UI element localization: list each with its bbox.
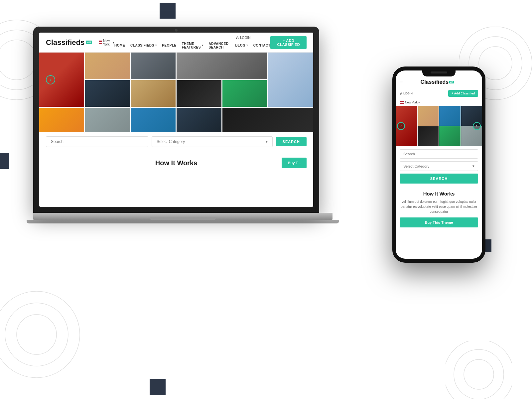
category-select[interactable]: Select Category ▾ [152, 136, 273, 147]
search-overlay: Select Category ▾ SEARCH [39, 132, 313, 151]
laptop-camera [175, 29, 178, 32]
phone-hero-img-sofa [418, 106, 439, 126]
phone-body: ≡ Classifieds WP LOGIN + Add Classified [392, 66, 485, 263]
phone-hero-arrow-right[interactable]: › [473, 122, 481, 130]
add-classified-button[interactable]: + ADD CLASSIFIED [270, 36, 307, 49]
site-logo: Classifieds WP [46, 38, 92, 47]
search-input[interactable] [46, 136, 148, 147]
circle-group-bottom-right [446, 341, 512, 399]
header-left: Classifieds WP New York ▾ [46, 38, 114, 47]
phone-location-arrow: ▾ [418, 101, 420, 104]
phone-category-arrow: ▾ [472, 164, 474, 168]
laptop-base [33, 213, 332, 220]
buy-theme-button[interactable]: Buy T... [282, 158, 307, 168]
svg-point-7 [5, 303, 68, 366]
theme-arrow: ▾ [202, 44, 203, 47]
location-label: New York [103, 39, 112, 46]
search-button[interactable]: SEARCH [276, 137, 307, 146]
main-container: Classifieds WP New York ▾ [0, 0, 532, 399]
hero-grid: ‹ [39, 53, 313, 132]
laptop-screen: Classifieds WP New York ▾ [39, 33, 313, 207]
circle-group-bottom-left [0, 288, 83, 382]
phone-hero-arrow-left[interactable]: ‹ [397, 122, 405, 130]
phone-buy-button[interactable]: Buy This Theme [400, 217, 478, 227]
phone-header: ≡ Classifieds WP [396, 76, 482, 88]
phone-login[interactable]: LOGIN [400, 92, 413, 95]
hero-img-plants [222, 80, 267, 107]
svg-point-9 [464, 359, 494, 389]
category-arrow: ▾ [266, 139, 268, 144]
login-label: LOGIN [240, 36, 250, 40]
phone-flag-icon [400, 101, 404, 104]
phone-menu-icon[interactable]: ≡ [400, 79, 403, 85]
square-decoration-1 [160, 3, 176, 19]
phone-screen: ≡ Classifieds WP LOGIN + Add Classified [396, 70, 482, 259]
phone-login-label: LOGIN [403, 92, 413, 95]
phone-category-placeholder: Select Category [403, 164, 429, 168]
hero-img-fitness [222, 108, 313, 132]
square-decoration-2 [0, 153, 9, 169]
svg-point-13 [401, 92, 402, 94]
hero-img-sofa [85, 53, 130, 79]
phone-speaker [431, 71, 447, 73]
phone-how-it-works: How It Works vel illum qui dolorem eum f… [396, 187, 482, 231]
flag-icon [99, 41, 102, 44]
top-nav-row: LOGIN [114, 36, 270, 41]
hero-img-flowers [39, 108, 84, 132]
phone-location-label: New York [405, 101, 418, 104]
how-it-works-section: How It Works Buy T... [39, 151, 313, 175]
hero-img-bike [131, 108, 176, 132]
nav-people[interactable]: PEOPLE [162, 44, 177, 47]
nav-login[interactable]: LOGIN [114, 36, 270, 40]
nav-theme-features[interactable]: THEME FEATURES ▾ [182, 42, 203, 49]
hero-img-moto [177, 80, 221, 107]
hero-img-chair [85, 108, 130, 132]
phone-mockup: ≡ Classifieds WP LOGIN + Add Classified [392, 66, 485, 263]
blog-arrow: ▾ [246, 44, 248, 47]
svg-point-6 [17, 315, 57, 354]
hero-arrow-left[interactable]: ‹ [46, 75, 55, 84]
logo-badge: WP [86, 41, 92, 44]
svg-point-10 [454, 349, 504, 399]
laptop-foot [27, 220, 339, 223]
how-it-works-spacer2: Buy T... [197, 158, 307, 168]
phone-logo-badge: WP [449, 81, 454, 83]
hero-img-sportcar [177, 108, 221, 132]
nav-contact[interactable]: CONTACT [253, 44, 271, 47]
phone-search-button[interactable]: SEARCH [400, 174, 478, 184]
phone-hero-img-green [439, 126, 461, 146]
phone-how-description: vel illum qui dolorem eum fugiat quo vol… [400, 199, 478, 214]
phone-notch [422, 70, 456, 76]
phone-search-section: Select Category ▾ SEARCH [396, 146, 482, 187]
logo-text: Classifieds [46, 38, 84, 47]
svg-point-11 [446, 341, 512, 399]
phone-actions: LOGIN + Add Classified [396, 88, 482, 99]
phone-logo-group: Classifieds WP [421, 79, 454, 85]
phone-hero-img-bike [439, 106, 461, 126]
classifieds-arrow: ▾ [155, 44, 157, 47]
phone-search-input[interactable] [400, 149, 478, 159]
nav-blog[interactable]: BLOG ▾ [235, 44, 248, 47]
square-decoration-4 [150, 379, 166, 395]
phone-how-title: How It Works [400, 191, 478, 197]
nav-advanced-search[interactable]: ADVANCED SEARCH [208, 42, 228, 49]
nav-location[interactable]: New York ▾ [99, 39, 114, 46]
svg-point-0 [0, 40, 37, 80]
phone-category-select[interactable]: Select Category ▾ [400, 161, 478, 171]
site-header: Classifieds WP New York ▾ [39, 33, 313, 53]
phone-add-classified-button[interactable]: + Add Classified [448, 90, 478, 97]
nav-home[interactable]: HOME [114, 44, 125, 47]
hero-img-sleeping [177, 53, 267, 79]
laptop-body: Classifieds WP New York ▾ [33, 27, 319, 213]
bottom-nav-row: HOME CLASSIFIEDS ▾ PEOPLE THEME FEATURES… [114, 42, 270, 49]
how-it-works-title: How It Works [155, 159, 197, 167]
nav-classifieds[interactable]: CLASSIFIEDS ▾ [130, 44, 157, 47]
phone-hero-grid: ‹ › [396, 106, 482, 146]
phone-logo-text: Classifieds [421, 79, 449, 85]
category-placeholder: Select Category [157, 139, 185, 144]
phone-location-row: New York ▾ [396, 99, 482, 106]
hero-img-car: ‹ [39, 53, 84, 107]
phone-location[interactable]: New York ▾ [400, 101, 478, 104]
hero-img-guitar [85, 80, 130, 107]
svg-point-8 [0, 291, 80, 378]
